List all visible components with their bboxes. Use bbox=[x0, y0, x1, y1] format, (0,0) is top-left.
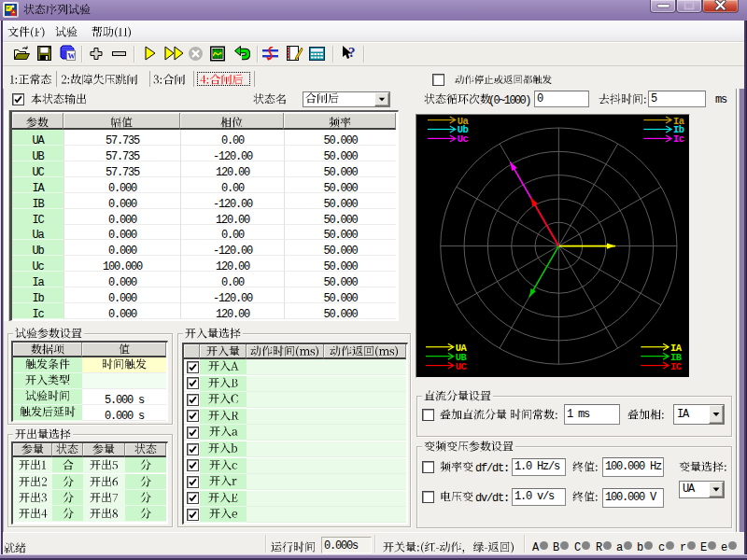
svg-text:?: ? bbox=[348, 45, 356, 60]
svg-text:IC: IC bbox=[670, 361, 682, 372]
svg-text:Ic: Ic bbox=[673, 133, 684, 145]
svg-text:Uc: Uc bbox=[458, 133, 469, 145]
svg-text:UC: UC bbox=[456, 361, 467, 372]
svg-text:W: W bbox=[68, 52, 76, 61]
